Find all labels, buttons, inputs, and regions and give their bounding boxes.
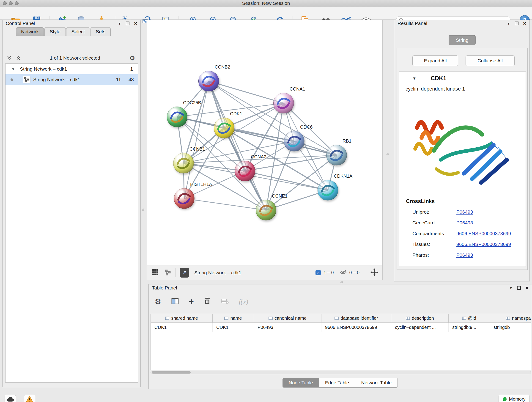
table-options-gear-icon[interactable]: ⚙ xyxy=(155,297,161,306)
expand-all-chevron-icon[interactable] xyxy=(16,56,21,61)
column-header-database-identifier[interactable]: database identifier xyxy=(322,314,391,322)
network-node-HIST1H1A[interactable] xyxy=(174,188,195,209)
network-canvas[interactable]: CCNB2CCNA1CDC25BCDK1CDC6RB1CCNB1CCNA2CDK… xyxy=(147,20,383,265)
tab-select[interactable]: Select xyxy=(66,27,90,36)
network-share-icon[interactable] xyxy=(165,269,171,276)
network-node-CCNA2[interactable] xyxy=(234,161,255,181)
node-table: shared namenamecanonical namedatabase id… xyxy=(151,314,531,370)
panel-menu-caret-icon[interactable]: ▼ xyxy=(118,22,121,26)
column-header--id[interactable]: @id xyxy=(449,314,490,322)
close-panel-icon[interactable]: × xyxy=(523,21,526,26)
results-panel: Results Panel ▼ × String Expand All Coll… xyxy=(394,20,530,281)
table-body: CDK1CDK1P064939606.ENSP00000378699cyclin… xyxy=(151,323,531,332)
add-column-plus-icon[interactable]: + xyxy=(189,297,194,306)
hidden-node-edge-counter: 0 – 0 xyxy=(349,270,360,275)
network-view: CCNB2CCNA1CDC25BCDK1CDC6RB1CCNB1CCNA2CDK… xyxy=(147,20,383,280)
network-collection-row[interactable]: ▼ String Network – cdk1 1 xyxy=(6,64,138,74)
show-columns-icon[interactable] xyxy=(171,298,179,305)
column-header-shared-name[interactable]: shared name xyxy=(151,314,213,322)
panel-menu-caret-icon[interactable]: ▼ xyxy=(507,22,510,26)
edge-CCNB2-HIST1H1A[interactable] xyxy=(184,81,209,198)
gene-collapse-caret-icon[interactable]: ▼ xyxy=(412,76,416,81)
edge-CCNA2-CDKN1A[interactable] xyxy=(245,171,328,190)
tab-network[interactable]: Network xyxy=(16,27,44,36)
table-header-row: shared namenamecanonical namedatabase id… xyxy=(151,314,531,323)
float-panel-icon[interactable] xyxy=(517,286,521,290)
tab-edge-table[interactable]: Edge Table xyxy=(319,378,355,388)
network-name: String Network – cdk1 xyxy=(33,77,80,82)
edge-CCNB2-CCNE1[interactable] xyxy=(209,81,266,210)
panel-menu-caret-icon[interactable]: ▼ xyxy=(509,286,513,290)
horizontal-splitter-handle[interactable] xyxy=(341,281,343,283)
edge-CCNB2-CCNA1[interactable] xyxy=(209,81,284,103)
collapse-all-chevron-icon[interactable] xyxy=(7,56,12,61)
function-builder-fx-icon: f(x) xyxy=(239,298,248,306)
crosslink-link[interactable]: 9606.ENSP00000378699 xyxy=(456,231,511,236)
vertical-splitter-handle[interactable] xyxy=(386,153,389,155)
crosslink-link[interactable]: 9606.ENSP00000378699 xyxy=(456,242,511,247)
memory-status-button[interactable]: Memory xyxy=(499,395,530,402)
selected-checkbox-icon[interactable]: ✓ xyxy=(316,270,321,275)
open-in-new-window-button[interactable]: ↗ xyxy=(180,268,189,278)
edge-HIST1H1A-CCNE1[interactable] xyxy=(184,198,266,210)
results-panel-title: Results Panel xyxy=(398,21,427,26)
gene-full-name: cyclin–dependent kinase 1 xyxy=(405,86,465,92)
network-node-CDC6[interactable] xyxy=(284,131,304,152)
edge-CDC6-CCNE1[interactable] xyxy=(266,141,294,210)
column-header-namespac[interactable]: namespac xyxy=(490,314,531,322)
network-node-CCNA1[interactable] xyxy=(273,93,294,114)
results-tab-string[interactable]: String xyxy=(449,35,476,45)
table-cell: CDK1 xyxy=(213,323,254,332)
crosslink-label: Tissues: xyxy=(412,242,430,247)
network-node-CCNE1[interactable] xyxy=(256,200,276,220)
collapse-all-button[interactable]: Collapse All xyxy=(466,56,515,66)
table-cell: 9606.ENSP00000378699 xyxy=(322,323,391,332)
tab-node-table[interactable]: Node Table xyxy=(283,378,319,388)
close-panel-icon[interactable]: × xyxy=(134,21,137,26)
float-panel-icon[interactable] xyxy=(515,22,519,25)
hidden-eye-slash-icon[interactable] xyxy=(340,269,347,276)
network-node-CDK1[interactable] xyxy=(214,118,234,138)
node-label-CCNE1: CCNE1 xyxy=(272,193,288,199)
crosslinks-list: Uniprot:P06493GeneCard:P06493Compartment… xyxy=(399,207,526,261)
table-row[interactable]: CDK1CDK1P064939606.ENSP00000378699cyclin… xyxy=(151,323,531,332)
network-node-RB1[interactable] xyxy=(326,145,347,166)
results-panel-header: Results Panel ▼ × xyxy=(394,20,530,27)
expand-all-button[interactable]: Expand All xyxy=(412,56,458,66)
network-options-gear-icon[interactable]: ⚙ xyxy=(129,54,135,62)
close-panel-icon[interactable]: × xyxy=(525,285,529,291)
protein-structure-image xyxy=(409,96,516,193)
network-node-CCNB1[interactable] xyxy=(173,153,194,173)
float-panel-icon[interactable] xyxy=(126,22,129,25)
node-label-CCNB2: CCNB2 xyxy=(215,64,230,70)
scrollbar-thumb[interactable] xyxy=(152,371,191,374)
delete-column-trash-icon[interactable] xyxy=(204,298,211,306)
network-node-CDKN1A[interactable] xyxy=(317,180,338,201)
crosslink-link[interactable]: P06493 xyxy=(456,209,473,215)
pan-move-icon[interactable] xyxy=(370,268,378,277)
tab-style[interactable]: Style xyxy=(44,27,66,36)
vertical-splitter-handle[interactable] xyxy=(142,209,144,211)
column-header-name[interactable]: name xyxy=(213,314,254,322)
tab-sets[interactable]: Sets xyxy=(90,27,111,36)
table-horizontal-scrollbar[interactable] xyxy=(151,370,531,374)
tab-network-table[interactable]: Network Table xyxy=(355,378,398,388)
crosslink-link[interactable]: P06493 xyxy=(456,220,473,225)
column-header-description[interactable]: description xyxy=(391,314,449,322)
warnings-status-button[interactable] xyxy=(24,395,35,402)
node-label-CCNA1: CCNA1 xyxy=(290,86,305,92)
network-node-CDC25B[interactable] xyxy=(167,107,187,127)
table-tabs: Node TableEdge TableNetwork Table xyxy=(149,378,532,388)
network-node-CCNB2[interactable] xyxy=(198,71,219,91)
tree-expand-caret-icon[interactable]: ▼ xyxy=(12,67,15,71)
cloud-status-button[interactable] xyxy=(5,395,16,402)
crosslinks-heading: CrossLinks xyxy=(406,198,435,204)
crosslink-link[interactable]: P06493 xyxy=(456,252,473,258)
column-header-canonical-name[interactable]: canonical name xyxy=(254,314,322,322)
birds-eye-grid-icon[interactable] xyxy=(152,269,158,276)
memory-ok-indicator xyxy=(503,397,507,401)
edge-CDK1-RB1[interactable] xyxy=(224,128,336,155)
cloud-icon xyxy=(6,396,14,402)
toolbar-separator xyxy=(175,268,176,277)
network-row-selected[interactable]: String Network – cdk1 11 48 xyxy=(6,74,138,85)
